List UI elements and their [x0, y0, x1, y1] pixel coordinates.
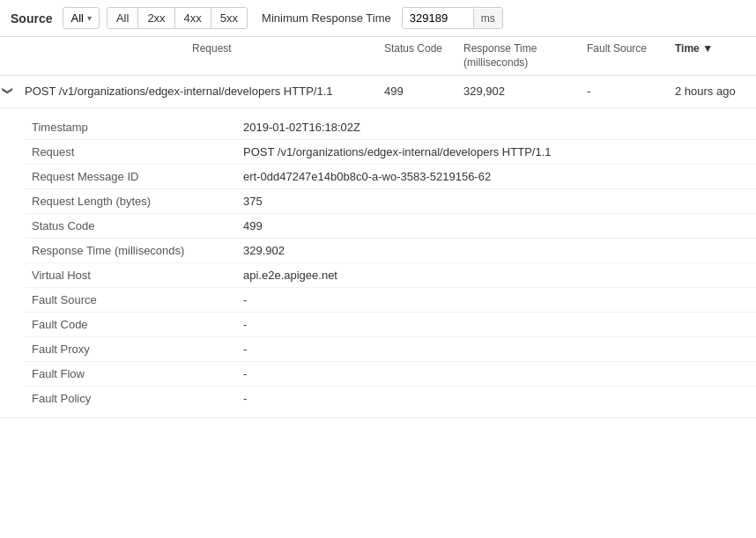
filter-5xx-button[interactable]: 5xx — [211, 8, 247, 28]
detail-label: Response Time (milliseconds) — [32, 244, 243, 257]
detail-value: 375 — [243, 195, 745, 208]
detail-row: Fault Policy- — [25, 387, 756, 410]
min-response-input[interactable] — [403, 8, 473, 28]
row-request-value: POST /v1/organizations/edgex-internal/de… — [18, 85, 377, 98]
col-status-header: Status Code — [377, 42, 456, 70]
response-unit-label: ms — [473, 9, 502, 28]
detail-row: Fault Source- — [25, 288, 756, 313]
detail-panel: Timestamp2019-01-02T16:18:02ZRequestPOST… — [0, 108, 756, 418]
detail-label: Status Code — [32, 219, 243, 232]
detail-label: Virtual Host — [32, 269, 243, 282]
filter-2xx-button[interactable]: 2xx — [138, 8, 174, 28]
toolbar: Source All ▾ All 2xx 4xx 5xx Minimum Res… — [0, 0, 756, 37]
detail-value: POST /v1/organizations/edgex-internal/de… — [243, 145, 745, 158]
detail-label: Fault Flow — [32, 367, 243, 380]
filter-4xx-button[interactable]: 4xx — [175, 8, 211, 28]
table-row[interactable]: ❯ POST /v1/organizations/edgex-internal/… — [0, 76, 756, 108]
filter-all-button[interactable]: All — [107, 8, 138, 28]
col-request-header: Request — [182, 42, 377, 70]
expand-col-header — [0, 42, 182, 70]
detail-value: ert-0dd47247e14b0b8c0-a-wo-3583-5219156-… — [243, 170, 745, 183]
detail-label: Timestamp — [32, 121, 243, 134]
detail-value: 2019-01-02T16:18:02Z — [243, 121, 745, 134]
detail-row: Response Time (milliseconds)329.902 — [25, 239, 756, 263]
detail-value: - — [243, 293, 745, 306]
detail-label: Fault Code — [32, 318, 243, 331]
col-response-header: Response Time (milliseconds) — [456, 42, 580, 70]
detail-label: Request — [32, 145, 243, 158]
detail-value: api.e2e.apigee.net — [243, 269, 745, 282]
detail-row: RequestPOST /v1/organizations/edgex-inte… — [25, 140, 756, 165]
detail-value: - — [243, 343, 745, 356]
detail-row: Status Code499 — [25, 214, 756, 239]
row-status-value: 499 — [377, 85, 456, 98]
filter-btn-group: All 2xx 4xx 5xx — [107, 7, 248, 29]
source-all-dropdown[interactable]: All ▾ — [63, 7, 99, 29]
detail-label: Request Message ID — [32, 170, 243, 183]
detail-row: Virtual Hostapi.e2e.apigee.net — [25, 263, 756, 288]
detail-value: - — [243, 318, 745, 331]
detail-row: Request Message IDert-0dd47247e14b0b8c0-… — [25, 165, 756, 189]
source-all-label: All — [70, 11, 83, 25]
min-response-input-group: ms — [402, 7, 503, 29]
col-time-header[interactable]: Time ▼ — [668, 42, 756, 70]
chevron-down-icon: ▾ — [87, 13, 92, 23]
detail-row: Request Length (bytes)375 — [25, 189, 756, 214]
detail-row: Timestamp2019-01-02T16:18:02Z — [25, 115, 756, 140]
row-fault-value: - — [580, 85, 668, 98]
table-header: Request Status Code Response Time (milli… — [0, 37, 756, 76]
detail-value: - — [243, 367, 745, 380]
detail-value: 499 — [243, 219, 745, 232]
source-label: Source — [11, 11, 52, 26]
row-time-value: 2 hours ago — [668, 85, 756, 98]
requests-table: Request Status Code Response Time (milli… — [0, 37, 756, 418]
detail-row: Fault Flow- — [25, 362, 756, 387]
detail-row: Fault Proxy- — [25, 337, 756, 362]
detail-row: Fault Code- — [25, 313, 756, 337]
sort-arrow-icon: ▼ — [702, 42, 713, 55]
detail-value: - — [243, 392, 745, 405]
detail-label: Request Length (bytes) — [32, 195, 243, 208]
detail-value: 329.902 — [243, 244, 745, 257]
detail-label: Fault Proxy — [32, 343, 243, 356]
row-expand-icon[interactable]: ❯ — [2, 83, 16, 100]
col-fault-header: Fault Source — [580, 42, 668, 70]
detail-label: Fault Policy — [32, 392, 243, 405]
detail-label: Fault Source — [32, 293, 243, 306]
row-response-value: 329,902 — [456, 85, 580, 98]
min-response-label: Minimum Response Time — [262, 11, 391, 25]
